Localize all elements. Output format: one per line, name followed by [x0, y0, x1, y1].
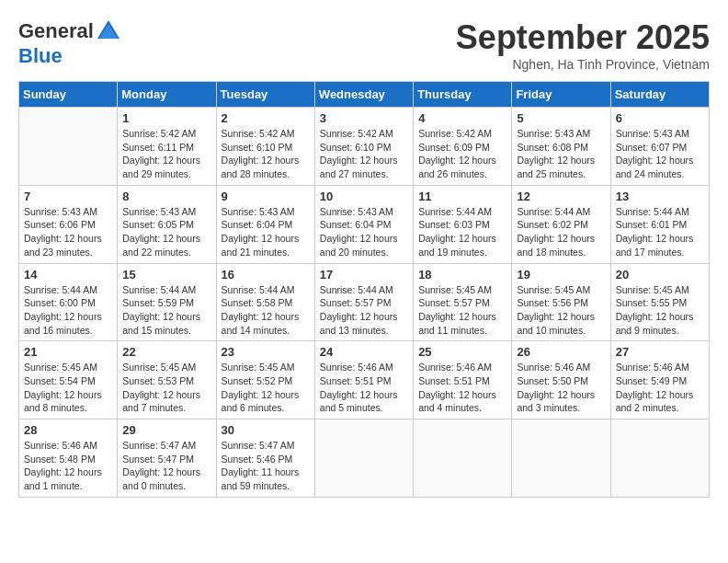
day-info: Sunrise: 5:45 AM Sunset: 5:54 PM Dayligh… [24, 361, 112, 415]
page-header: General Blue September 2025 Nghen, Ha Ti… [18, 18, 710, 72]
calendar-cell: 11Sunrise: 5:44 AM Sunset: 6:03 PM Dayli… [414, 185, 512, 263]
day-number: 4 [418, 111, 506, 125]
day-number: 9 [222, 190, 310, 203]
day-info: Sunrise: 5:42 AM Sunset: 6:10 PM Dayligh… [222, 127, 310, 181]
calendar-cell [19, 108, 118, 186]
day-number: 20 [616, 268, 704, 282]
calendar-cell: 17Sunrise: 5:44 AM Sunset: 5:57 PM Dayli… [314, 263, 413, 341]
weekday-header: Sunday [19, 82, 118, 108]
day-info: Sunrise: 5:44 AM Sunset: 6:02 PM Dayligh… [517, 205, 605, 259]
calendar-cell: 29Sunrise: 5:47 AM Sunset: 5:47 PM Dayli… [118, 419, 216, 498]
logo: General Blue [18, 18, 121, 68]
calendar-cell: 15Sunrise: 5:44 AM Sunset: 5:59 PM Dayli… [118, 263, 216, 341]
day-number: 15 [122, 268, 210, 282]
day-info: Sunrise: 5:45 AM Sunset: 5:53 PM Dayligh… [122, 361, 210, 415]
calendar-cell: 4Sunrise: 5:42 AM Sunset: 6:09 PM Daylig… [414, 108, 512, 186]
day-number: 22 [122, 345, 210, 359]
day-number: 3 [320, 111, 408, 125]
weekday-header: Wednesday [314, 82, 413, 108]
day-info: Sunrise: 5:43 AM Sunset: 6:06 PM Dayligh… [24, 205, 112, 259]
day-number: 1 [122, 111, 210, 125]
calendar-cell [512, 419, 610, 498]
weekday-header: Saturday [610, 82, 709, 108]
day-number: 19 [517, 268, 605, 282]
calendar-cell: 14Sunrise: 5:44 AM Sunset: 6:00 PM Dayli… [19, 263, 118, 341]
calendar-cell: 30Sunrise: 5:47 AM Sunset: 5:46 PM Dayli… [216, 419, 314, 498]
day-info: Sunrise: 5:43 AM Sunset: 6:08 PM Dayligh… [517, 127, 605, 181]
day-info: Sunrise: 5:46 AM Sunset: 5:51 PM Dayligh… [418, 361, 506, 415]
day-info: Sunrise: 5:47 AM Sunset: 5:47 PM Dayligh… [122, 439, 210, 493]
day-info: Sunrise: 5:42 AM Sunset: 6:10 PM Dayligh… [320, 127, 408, 181]
calendar-cell: 20Sunrise: 5:45 AM Sunset: 5:55 PM Dayli… [610, 263, 709, 341]
day-info: Sunrise: 5:42 AM Sunset: 6:09 PM Dayligh… [418, 127, 506, 181]
calendar-cell: 26Sunrise: 5:46 AM Sunset: 5:50 PM Dayli… [512, 341, 610, 419]
calendar-cell: 19Sunrise: 5:45 AM Sunset: 5:56 PM Dayli… [512, 263, 610, 341]
day-info: Sunrise: 5:46 AM Sunset: 5:51 PM Dayligh… [320, 361, 408, 415]
day-info: Sunrise: 5:43 AM Sunset: 6:07 PM Dayligh… [616, 127, 704, 181]
day-info: Sunrise: 5:47 AM Sunset: 5:46 PM Dayligh… [222, 439, 310, 493]
day-info: Sunrise: 5:44 AM Sunset: 6:00 PM Dayligh… [24, 283, 112, 338]
logo-general-text: General [18, 19, 94, 43]
calendar-cell: 6Sunrise: 5:43 AM Sunset: 6:07 PM Daylig… [610, 108, 709, 186]
day-number: 16 [222, 268, 310, 282]
day-number: 21 [24, 345, 112, 359]
day-number: 12 [517, 190, 605, 203]
calendar-week-row: 1Sunrise: 5:42 AM Sunset: 6:11 PM Daylig… [19, 108, 710, 186]
calendar-week-row: 21Sunrise: 5:45 AM Sunset: 5:54 PM Dayli… [19, 341, 710, 419]
calendar-cell: 18Sunrise: 5:45 AM Sunset: 5:57 PM Dayli… [414, 263, 512, 341]
calendar-cell: 12Sunrise: 5:44 AM Sunset: 6:02 PM Dayli… [512, 185, 610, 263]
calendar-cell: 25Sunrise: 5:46 AM Sunset: 5:51 PM Dayli… [414, 341, 512, 419]
day-info: Sunrise: 5:45 AM Sunset: 5:57 PM Dayligh… [418, 283, 506, 338]
title-block: September 2025 Nghen, Ha Tinh Province, … [456, 18, 710, 72]
calendar-cell: 1Sunrise: 5:42 AM Sunset: 6:11 PM Daylig… [118, 108, 216, 186]
location: Nghen, Ha Tinh Province, Vietnam [456, 57, 710, 72]
day-number: 18 [418, 268, 506, 282]
calendar-cell: 23Sunrise: 5:45 AM Sunset: 5:52 PM Dayli… [216, 341, 314, 419]
calendar-cell: 5Sunrise: 5:43 AM Sunset: 6:08 PM Daylig… [512, 108, 610, 186]
logo-blue-text: Blue [18, 44, 63, 68]
day-info: Sunrise: 5:46 AM Sunset: 5:49 PM Dayligh… [616, 361, 704, 415]
calendar-cell [314, 419, 413, 498]
calendar-cell: 10Sunrise: 5:43 AM Sunset: 6:04 PM Dayli… [314, 185, 413, 263]
day-number: 24 [320, 345, 408, 359]
calendar-cell: 27Sunrise: 5:46 AM Sunset: 5:49 PM Dayli… [610, 341, 709, 419]
calendar-cell: 2Sunrise: 5:42 AM Sunset: 6:10 PM Daylig… [216, 108, 314, 186]
day-info: Sunrise: 5:43 AM Sunset: 6:04 PM Dayligh… [320, 205, 408, 259]
calendar-week-row: 7Sunrise: 5:43 AM Sunset: 6:06 PM Daylig… [19, 185, 710, 263]
day-info: Sunrise: 5:45 AM Sunset: 5:56 PM Dayligh… [517, 283, 605, 338]
calendar-cell: 8Sunrise: 5:43 AM Sunset: 6:05 PM Daylig… [118, 185, 216, 263]
weekday-header: Friday [512, 82, 610, 108]
day-info: Sunrise: 5:44 AM Sunset: 5:58 PM Dayligh… [222, 283, 310, 338]
calendar-cell: 28Sunrise: 5:46 AM Sunset: 5:48 PM Dayli… [19, 419, 118, 498]
day-number: 7 [24, 190, 112, 203]
day-number: 29 [122, 423, 210, 437]
calendar-cell [610, 419, 709, 498]
day-info: Sunrise: 5:45 AM Sunset: 5:52 PM Dayligh… [222, 361, 310, 415]
day-number: 5 [517, 111, 605, 125]
calendar-table: SundayMondayTuesdayWednesdayThursdayFrid… [18, 81, 710, 498]
day-info: Sunrise: 5:44 AM Sunset: 5:59 PM Dayligh… [122, 283, 210, 338]
weekday-header: Monday [118, 82, 216, 108]
day-number: 13 [616, 190, 704, 203]
day-number: 10 [320, 190, 408, 203]
weekday-header: Tuesday [216, 82, 314, 108]
calendar-cell [414, 419, 512, 498]
calendar-cell: 16Sunrise: 5:44 AM Sunset: 5:58 PM Dayli… [216, 263, 314, 341]
calendar-cell: 22Sunrise: 5:45 AM Sunset: 5:53 PM Dayli… [118, 341, 216, 419]
day-number: 28 [24, 423, 112, 437]
day-info: Sunrise: 5:46 AM Sunset: 5:48 PM Dayligh… [24, 439, 112, 493]
day-number: 2 [222, 111, 310, 125]
day-number: 14 [24, 268, 112, 282]
calendar-cell: 7Sunrise: 5:43 AM Sunset: 6:06 PM Daylig… [19, 185, 118, 263]
day-number: 26 [517, 345, 605, 359]
day-info: Sunrise: 5:44 AM Sunset: 6:03 PM Dayligh… [418, 205, 506, 259]
calendar-week-row: 14Sunrise: 5:44 AM Sunset: 6:00 PM Dayli… [19, 263, 710, 341]
calendar-cell: 9Sunrise: 5:43 AM Sunset: 6:04 PM Daylig… [216, 185, 314, 263]
calendar-cell: 3Sunrise: 5:42 AM Sunset: 6:10 PM Daylig… [314, 108, 413, 186]
weekday-header: Thursday [414, 82, 512, 108]
weekday-header-row: SundayMondayTuesdayWednesdayThursdayFrid… [19, 82, 710, 108]
day-number: 6 [616, 111, 704, 125]
calendar-cell: 21Sunrise: 5:45 AM Sunset: 5:54 PM Dayli… [19, 341, 118, 419]
day-info: Sunrise: 5:43 AM Sunset: 6:05 PM Dayligh… [122, 205, 210, 259]
day-number: 27 [616, 345, 704, 359]
